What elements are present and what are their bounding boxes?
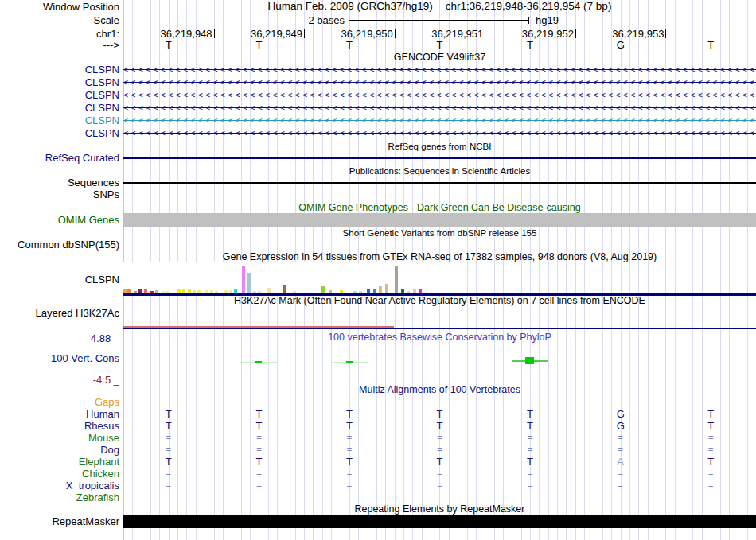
gene-label[interactable]: CLSPN: [0, 64, 119, 75]
alignment-base: T: [304, 456, 395, 467]
dbsnp-track-title[interactable]: Short Genetic Variants from dbSNP releas…: [123, 228, 756, 239]
transcript-row[interactable]: <<<<<<<<<<<<<<<<<<<<<<<<<<<<<<<<<<<<<<<<…: [123, 90, 756, 100]
gtex-track-title[interactable]: Gene Expression in 54 tissues from GTEx …: [123, 252, 756, 262]
species-label[interactable]: Elephant: [0, 456, 119, 467]
omim-gene-bar[interactable]: [123, 213, 756, 227]
species-label[interactable]: X_tropicalis: [0, 480, 119, 491]
alignment-base: =: [575, 445, 666, 455]
reverse-strand-arrows: <<<<<<<<<<<<<<<<<<<<<<<<<<<<<<<<<<<<<<<<…: [123, 103, 756, 113]
alignment-base: G: [575, 409, 666, 419]
assembly-short-name: hg19: [536, 15, 559, 25]
h3k27ac-signal-navy[interactable]: [123, 328, 756, 329]
species-label[interactable]: Rhesus: [0, 421, 119, 431]
alignment-base: T: [665, 409, 756, 419]
multiz-track-title[interactable]: Multiz Alignments of 100 Vertebrates: [123, 385, 756, 395]
phylop-score-dash[interactable]: [346, 361, 353, 363]
h3k27ac-label[interactable]: Layered H3K27Ac: [0, 308, 119, 318]
ruler-tick: [485, 29, 485, 38]
alignment-base: T: [395, 421, 485, 431]
species-label[interactable]: Chicken: [0, 468, 119, 479]
gtex-tissue-bar[interactable]: [379, 286, 382, 293]
omim-genes-label[interactable]: OMIM Genes: [0, 215, 119, 225]
sequence-base: T: [665, 40, 756, 50]
gencode-track-title[interactable]: GENCODE V49lift37: [123, 52, 756, 63]
alignment-base: =: [304, 480, 395, 491]
gtex-gene-label[interactable]: CLSPN: [0, 274, 119, 285]
alignment-base: T: [123, 409, 214, 419]
gene-label[interactable]: CLSPN: [0, 90, 119, 100]
phylop-label[interactable]: 100 Vert. Cons: [0, 353, 119, 363]
reverse-strand-arrows: <<<<<<<<<<<<<<<<<<<<<<<<<<<<<<<<<<<<<<<<…: [123, 77, 756, 87]
species-label[interactable]: Dog: [0, 445, 119, 455]
snps-label[interactable]: SNPs: [0, 189, 119, 200]
refseq-curated-label[interactable]: RefSeq Curated: [0, 153, 119, 163]
species-label[interactable]: Zebrafish: [0, 492, 119, 503]
alignment-base: T: [485, 409, 575, 419]
publications-item-bar[interactable]: [123, 182, 756, 184]
ruler-tick: [214, 29, 215, 38]
reverse-strand-arrows: <<<<<<<<<<<<<<<<<<<<<<<<<<<<<<<<<<<<<<<<…: [123, 128, 756, 138]
sequence-base: T: [395, 40, 485, 50]
alignment-base: =: [214, 480, 305, 491]
gtex-tissue-bar[interactable]: [242, 266, 245, 293]
sequence-base: G: [575, 40, 666, 50]
species-label[interactable]: Gaps: [0, 397, 119, 407]
gtex-tissue-bar[interactable]: [247, 273, 251, 293]
scale-bar-left-tick: [349, 17, 349, 24]
gene-label[interactable]: CLSPN: [0, 103, 119, 113]
repeatmasker-label[interactable]: RepeatMasker: [0, 516, 119, 526]
alignment-base: T: [123, 421, 214, 431]
h3k27ac-track-title[interactable]: H3K27Ac Mark (Often Found Near Active Re…: [123, 296, 756, 306]
gene-label[interactable]: CLSPN: [0, 115, 119, 126]
alignment-base: =: [485, 433, 575, 443]
publications-track-title[interactable]: Publications: Sequences in Scientific Ar…: [123, 166, 756, 177]
alignment-base: =: [485, 480, 575, 491]
alignment-base: T: [665, 456, 756, 467]
reverse-strand-arrows: <<<<<<<<<<<<<<<<<<<<<<<<<<<<<<<<<<<<<<<<…: [123, 64, 756, 75]
strand-direction-label: --->: [0, 40, 119, 50]
refseq-gene-bar[interactable]: [123, 157, 756, 159]
repeatmasker-element-bar[interactable]: [123, 515, 756, 528]
alignment-base: =: [123, 480, 214, 491]
gtex-tissue-bar[interactable]: [385, 284, 388, 293]
transcript-row[interactable]: <<<<<<<<<<<<<<<<<<<<<<<<<<<<<<<<<<<<<<<<…: [123, 77, 756, 87]
phylop-track-title[interactable]: 100 vertebrates Basewise Conservation by…: [123, 332, 756, 343]
scale-bar-right-tick: [528, 17, 529, 24]
phylop-score-dash[interactable]: [255, 361, 262, 363]
alignment-base: =: [575, 480, 666, 491]
alignment-base: =: [665, 433, 756, 443]
transcript-row[interactable]: <<<<<<<<<<<<<<<<<<<<<<<<<<<<<<<<<<<<<<<<…: [123, 115, 756, 126]
alignment-base: =: [665, 468, 756, 479]
dbsnp-label[interactable]: Common dbSNP(155): [0, 239, 119, 250]
transcript-row[interactable]: <<<<<<<<<<<<<<<<<<<<<<<<<<<<<<<<<<<<<<<<…: [123, 128, 756, 138]
alignment-base: T: [395, 456, 485, 467]
refseq-track-title[interactable]: RefSeq genes from NCBI: [123, 142, 756, 152]
phylop-score-block[interactable]: [525, 357, 534, 364]
ruler-tick: [665, 29, 666, 38]
alignment-base: =: [214, 468, 305, 479]
alignment-base: =: [395, 445, 485, 455]
genome-browser-screenshot: Human Feb. 2009 (GRCh37/hg19)chr1:36,219…: [0, 0, 756, 540]
species-label[interactable]: Mouse: [0, 433, 119, 443]
alignment-base: T: [123, 456, 214, 467]
omim-track-title[interactable]: OMIM Gene Phenotypes - Dark Green Can Be…: [123, 203, 756, 213]
gene-label[interactable]: CLSPN: [0, 77, 119, 87]
transcript-row[interactable]: <<<<<<<<<<<<<<<<<<<<<<<<<<<<<<<<<<<<<<<<…: [123, 64, 756, 75]
gtex-tissue-bar[interactable]: [395, 266, 398, 293]
reverse-strand-arrows: <<<<<<<<<<<<<<<<<<<<<<<<<<<<<<<<<<<<<<<<…: [123, 115, 756, 126]
scale-label: Scale: [0, 15, 119, 25]
sequence-base: T: [304, 40, 395, 50]
alignment-base: T: [214, 456, 305, 467]
repeatmasker-track-title[interactable]: Repeating Elements by RepeatMasker: [123, 504, 756, 515]
gtex-tissue-bar[interactable]: [321, 286, 325, 293]
sequences-label[interactable]: Sequences: [0, 177, 119, 188]
h3k27ac-signal-red[interactable]: [123, 326, 394, 328]
sequence-base: T: [123, 40, 214, 50]
transcript-row[interactable]: <<<<<<<<<<<<<<<<<<<<<<<<<<<<<<<<<<<<<<<<…: [123, 103, 756, 113]
species-label[interactable]: Human: [0, 409, 119, 419]
ruler-coordinate-label: 36,219,949: [223, 29, 302, 39]
alignment-base: =: [304, 445, 395, 455]
gene-label[interactable]: CLSPN: [0, 128, 119, 138]
scale-value: 2 bases: [265, 15, 345, 25]
gtex-tissue-bar[interactable]: [283, 285, 286, 293]
